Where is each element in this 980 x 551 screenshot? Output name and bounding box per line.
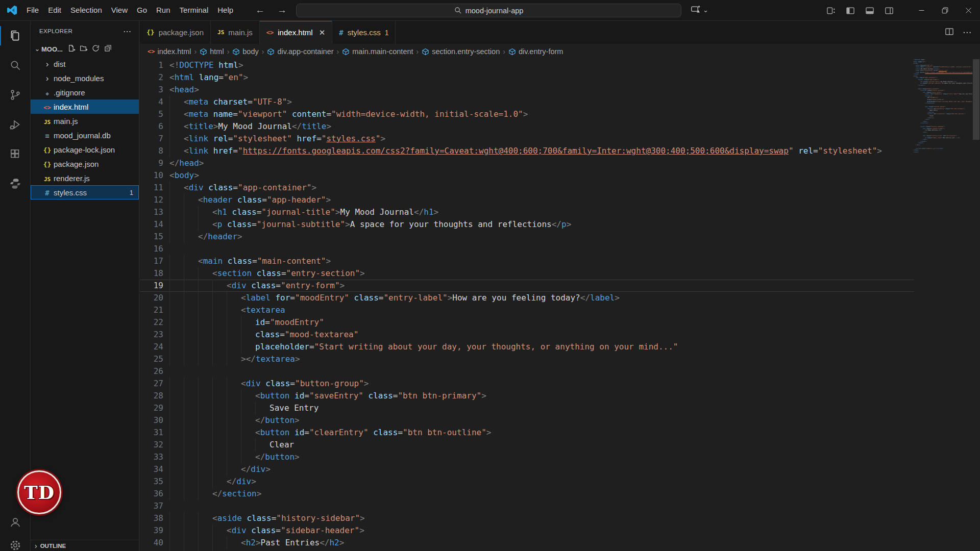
python-icon[interactable] (0, 169, 30, 198)
command-center[interactable]: mood-journal-app (296, 4, 681, 17)
toggle-panel-icon[interactable] (862, 3, 877, 18)
code-line-31[interactable]: 31<button id="clearEntry" class="btn btn… (140, 427, 914, 439)
menu-terminal[interactable]: Terminal (175, 0, 213, 20)
refresh-icon[interactable] (91, 44, 100, 54)
code-line-11[interactable]: 11<div class="app-container"> (140, 182, 914, 194)
code-line-17[interactable]: 17<main class="main-content"> (140, 255, 914, 267)
code-editor[interactable]: 1<!DOCTYPE html>2<html lang="en">3<head>… (140, 59, 914, 551)
code-line-37[interactable]: 37 (140, 500, 914, 512)
menu-edit[interactable]: Edit (43, 0, 66, 20)
code-line-24[interactable]: 24placeholder="Start writing about your … (140, 341, 914, 353)
explorer-icon[interactable] (0, 21, 30, 51)
code-line-12[interactable]: 12<header class="app-header"> (140, 194, 914, 206)
code-line-4[interactable]: 4<meta charset="UTF-8"> (140, 96, 914, 108)
menu-view[interactable]: View (107, 0, 132, 20)
customize-layout-icon[interactable] (823, 3, 838, 18)
source-control-icon[interactable] (0, 80, 30, 110)
outline-section-header[interactable]: › OUTLINE (31, 540, 139, 551)
code-line-8[interactable]: 8<link href="https://fonts.googleapis.co… (140, 145, 914, 157)
forward-arrow-icon[interactable]: → (277, 5, 287, 16)
close-icon[interactable]: ✕ (319, 28, 326, 37)
extensions-icon[interactable] (0, 139, 30, 169)
account-button[interactable] (0, 513, 30, 531)
project-folder-row[interactable]: ⌄ MOO... (31, 41, 139, 57)
tab-styles.css[interactable]: #styles.css1 (332, 21, 396, 44)
restore-button[interactable] (933, 0, 957, 21)
file-package.json[interactable]: {}package.json (31, 157, 139, 171)
code-line-21[interactable]: 21<textarea (140, 304, 914, 316)
code-line-10[interactable]: 10<body> (140, 169, 914, 182)
code-line-16[interactable]: 16 (140, 243, 914, 255)
file-node_modules[interactable]: ›node_modules (31, 71, 139, 85)
new-file-icon[interactable] (67, 44, 76, 54)
run-debug-icon[interactable] (0, 110, 30, 139)
file-mood_journal.db[interactable]: ≡mood_journal.db (31, 128, 139, 142)
menu-file[interactable]: File (22, 0, 43, 20)
code-line-25[interactable]: 25></textarea> (140, 353, 914, 365)
code-line-34[interactable]: 34</div> (140, 463, 914, 475)
code-line-9[interactable]: 9</head> (140, 157, 914, 169)
tab-main.js[interactable]: JSmain.js (211, 21, 260, 44)
code-line-33[interactable]: 33</button> (140, 451, 914, 463)
file-package-lock.json[interactable]: {}package-lock.json (31, 142, 139, 157)
tab-index.html[interactable]: <>index.html✕ (260, 21, 332, 44)
breadcrumb-item[interactable]: section.entry-section (422, 47, 500, 56)
code-line-6[interactable]: 6<title>My Mood Journal</title> (140, 120, 914, 133)
breadcrumb-item[interactable]: body (232, 47, 258, 56)
file-renderer.js[interactable]: JSrenderer.js (31, 171, 139, 185)
menu-run[interactable]: Run (152, 0, 175, 20)
breadcrumb-item[interactable]: div.app-container (267, 47, 333, 56)
code-line-32[interactable]: 32Clear (140, 439, 914, 451)
search-icon[interactable] (0, 51, 30, 80)
menu-selection[interactable]: Selection (66, 0, 107, 20)
copilot-button[interactable]: ⌄ (690, 4, 708, 15)
file-styles.css[interactable]: #styles.css1 (31, 185, 139, 199)
code-line-19[interactable]: 19<div class="entry-form"> (140, 280, 914, 292)
split-editor-icon[interactable] (944, 27, 954, 39)
code-line-38[interactable]: 38<aside class="history-sidebar"> (140, 512, 914, 524)
tab-package.json[interactable]: {}package.json (140, 21, 211, 44)
breadcrumb-item[interactable]: div.entry-form (508, 47, 564, 56)
code-line-26[interactable]: 26 (140, 365, 914, 378)
file-main.js[interactable]: JSmain.js (31, 114, 139, 128)
code-line-27[interactable]: 27<div class="button-group"> (140, 378, 914, 390)
code-line-3[interactable]: 3<head> (140, 84, 914, 96)
code-line-20[interactable]: 20<label for="moodEntry" class="entry-la… (140, 292, 914, 304)
more-icon[interactable]: ⋯ (963, 27, 972, 38)
breadcrumb-item[interactable]: main.main-content (342, 47, 413, 56)
code-line-41[interactable]: 41</div> (140, 549, 914, 551)
code-line-28[interactable]: 28<button id="saveEntry" class="btn btn-… (140, 390, 914, 402)
minimap[interactable]: <!DOCTYPE html><html lang="en"><head><me… (913, 59, 972, 551)
code-line-7[interactable]: 7<link rel="stylesheet" href="styles.css… (140, 133, 914, 145)
new-folder-icon[interactable] (79, 44, 88, 54)
code-line-22[interactable]: 22id="moodEntry" (140, 316, 914, 329)
collapse-all-icon[interactable] (104, 44, 112, 54)
breadcrumb-item[interactable]: html (200, 47, 224, 56)
scrollbar-thumb[interactable] (973, 59, 979, 140)
menu-go[interactable]: Go (132, 0, 152, 20)
code-line-14[interactable]: 14<p class="journal-subtitle">A space fo… (140, 218, 914, 231)
code-line-15[interactable]: 15</header> (140, 231, 914, 243)
code-line-1[interactable]: 1<!DOCTYPE html> (140, 59, 914, 71)
code-line-5[interactable]: 5<meta name="viewport" content="width=de… (140, 108, 914, 120)
code-line-36[interactable]: 36</section> (140, 488, 914, 500)
minimize-button[interactable] (910, 0, 933, 21)
file-.gitignore[interactable]: ◆.gitignore (31, 85, 139, 99)
file-index.html[interactable]: <>index.html (31, 99, 139, 114)
menu-help[interactable]: Help (213, 0, 238, 20)
code-line-13[interactable]: 13<h1 class="journal-title">My Mood Jour… (140, 206, 914, 218)
code-line-23[interactable]: 23class="mood-textarea" (140, 329, 914, 341)
code-line-29[interactable]: 29Save Entry (140, 402, 914, 414)
code-line-18[interactable]: 18<section class="entry-section"> (140, 267, 914, 280)
close-button[interactable] (957, 0, 980, 21)
toggle-secondary-sidebar-icon[interactable] (881, 3, 896, 18)
explorer-more-actions[interactable]: ⋯ (123, 27, 132, 36)
toggle-primary-sidebar-icon[interactable] (843, 3, 857, 18)
code-line-30[interactable]: 30</button> (140, 414, 914, 427)
settings-button[interactable] (0, 537, 30, 551)
code-line-35[interactable]: 35</div> (140, 475, 914, 488)
breadcrumb-item[interactable]: <>index.html (148, 47, 191, 56)
back-arrow-icon[interactable]: ← (255, 5, 265, 16)
file-dist[interactable]: ›dist (31, 57, 139, 71)
code-line-2[interactable]: 2<html lang="en"> (140, 71, 914, 84)
